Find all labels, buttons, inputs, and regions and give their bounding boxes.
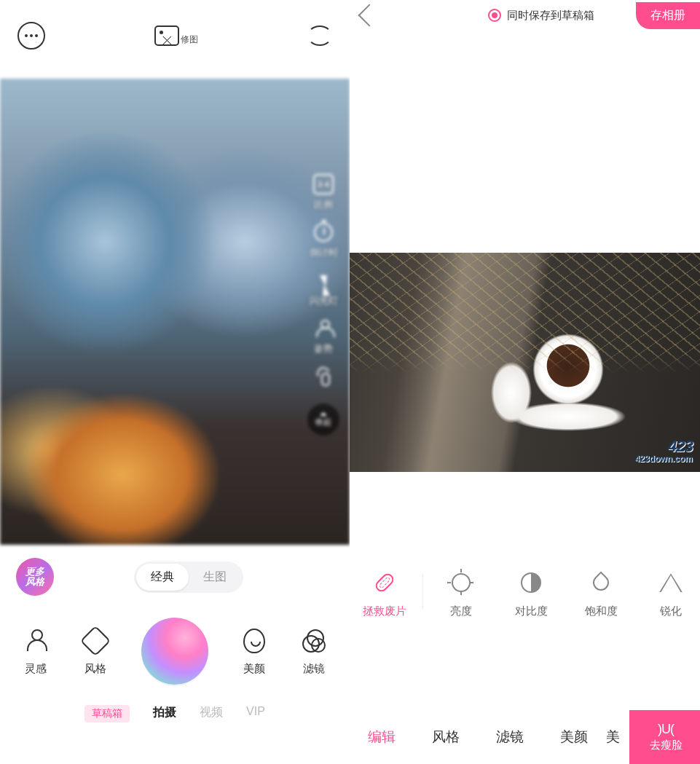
style-label: 风格	[84, 662, 106, 676]
brightness-label: 亮度	[450, 604, 472, 618]
tab-beauty[interactable]: 美颜	[542, 728, 606, 747]
style-button[interactable]: 风格	[82, 627, 109, 676]
pose-icon	[315, 320, 332, 337]
touch-shoot-button[interactable]	[312, 366, 334, 390]
inspiration-icon	[24, 629, 47, 653]
segment-classic[interactable]: 经典	[136, 564, 189, 591]
saturation-label: 饱和度	[585, 604, 618, 618]
edit-photo-button[interactable]: 修图	[154, 25, 198, 46]
adjust-tools-row: 拯救废片 亮度 对比度 饱和度 锐化	[350, 555, 700, 618]
camera-panel: 修图 3:4 比例 倒计时 闪光灯 姿势	[0, 0, 350, 764]
beauty-label: 美颜	[243, 662, 265, 676]
drop-icon	[589, 571, 612, 594]
separator	[422, 574, 423, 609]
radio-checked-icon	[488, 9, 501, 22]
chevron-up-icon	[320, 412, 327, 416]
watermark-line2: 423down.com	[635, 454, 693, 463]
collapse-label: 收起	[315, 417, 331, 428]
saturation-button[interactable]: 饱和度	[566, 570, 636, 618]
tab-style[interactable]: 风格	[414, 728, 478, 747]
filter-icon	[302, 629, 326, 653]
beauty-button[interactable]: 美颜	[240, 627, 268, 676]
timer-label: 倒计时	[310, 246, 338, 259]
pose-button[interactable]: 姿势	[312, 318, 334, 355]
picture-icon	[154, 25, 179, 46]
menu-button[interactable]	[17, 22, 45, 50]
filter-button[interactable]: 滤镜	[300, 627, 328, 676]
back-button[interactable]	[354, 2, 380, 28]
watermark: 423 423down.com	[635, 438, 693, 463]
flash-icon	[320, 275, 327, 286]
shutter-button[interactable]	[141, 618, 208, 685]
beauty-icon	[243, 629, 265, 653]
flash-button[interactable]: 闪光灯	[310, 269, 338, 307]
save-album-button[interactable]: 存相册	[636, 2, 700, 29]
style-segment: 经典 生图	[134, 562, 243, 593]
tab-beauty2-partial[interactable]: 美	[606, 728, 629, 747]
tab-filter[interactable]: 滤镜	[478, 728, 542, 747]
brightness-button[interactable]: 亮度	[426, 570, 496, 618]
editor-topbar: 同时保存到草稿箱 存相册	[350, 0, 700, 31]
sharpen-label: 锐化	[660, 604, 682, 618]
mode-vip[interactable]: VIP	[246, 705, 265, 722]
contrast-icon	[521, 572, 541, 593]
timer-icon	[314, 223, 333, 242]
timer-button[interactable]: 倒计时	[310, 221, 338, 259]
mode-shoot[interactable]: 拍摄	[153, 705, 176, 722]
inspiration-label: 灵感	[25, 662, 47, 676]
tab-edit[interactable]: 编辑	[350, 728, 414, 747]
rescue-photo-button[interactable]: 拯救废片	[350, 570, 420, 618]
save-draft-label: 同时保存到草稿箱	[507, 9, 594, 23]
segment-raw[interactable]: 生图	[189, 564, 241, 591]
camera-side-tools: 3:4 比例 倒计时 闪光灯 姿势 收起	[307, 173, 339, 436]
editor-tabs: 编辑 风格 滤镜 美颜 美 )U( 去瘦脸	[350, 710, 700, 764]
camera-bottom-controls: 更多风格 经典 生图 灵感 风格 美颜 滤镜	[0, 545, 350, 764]
sun-icon	[452, 573, 471, 592]
face-slim-label: 去瘦脸	[650, 739, 683, 752]
filter-label: 滤镜	[303, 662, 325, 676]
more-styles-badge[interactable]: 更多风格	[16, 558, 54, 596]
camera-viewfinder[interactable]: 3:4 比例 倒计时 闪光灯 姿势 收起	[0, 79, 350, 545]
collapse-tools-button[interactable]: 收起	[307, 403, 339, 436]
mode-video[interactable]: 视频	[200, 705, 223, 722]
ratio-label: 比例	[314, 198, 333, 211]
triangle-icon	[659, 573, 683, 592]
style-icon	[80, 625, 111, 655]
dots-icon	[25, 34, 38, 37]
edit-label: 修图	[181, 34, 198, 46]
editor-image[interactable]: 423 423down.com	[350, 253, 700, 472]
editor-canvas-area: 423 423down.com	[350, 31, 700, 555]
camera-topbar: 修图	[0, 0, 350, 79]
watermark-line1: 423	[635, 438, 693, 454]
mode-draft[interactable]: 草稿箱	[84, 705, 130, 722]
switch-camera-icon[interactable]	[307, 25, 332, 46]
face-slim-icon: )U(	[658, 722, 674, 737]
rescue-label: 拯救废片	[363, 604, 406, 618]
chevron-left-icon	[358, 4, 380, 26]
touch-icon	[314, 367, 333, 386]
aspect-ratio-button[interactable]: 3:4 比例	[312, 173, 334, 211]
mode-selector: 草稿箱 拍摄 视频 VIP	[0, 685, 350, 733]
inspiration-button[interactable]: 灵感	[22, 627, 50, 676]
editor-panel: 同时保存到草稿箱 存相册 423 423down.com 拯救废片 亮度 对比度…	[350, 0, 700, 764]
bandaid-icon	[373, 571, 396, 594]
flash-label: 闪光灯	[310, 294, 338, 307]
face-slim-button[interactable]: )U( 去瘦脸	[629, 710, 700, 764]
contrast-button[interactable]: 对比度	[496, 570, 566, 618]
contrast-label: 对比度	[515, 604, 548, 618]
pose-label: 姿势	[314, 342, 333, 355]
save-draft-toggle[interactable]: 同时保存到草稿箱	[488, 9, 594, 23]
sharpen-button[interactable]: 锐化	[636, 570, 700, 618]
ratio-icon: 3:4	[313, 174, 334, 194]
